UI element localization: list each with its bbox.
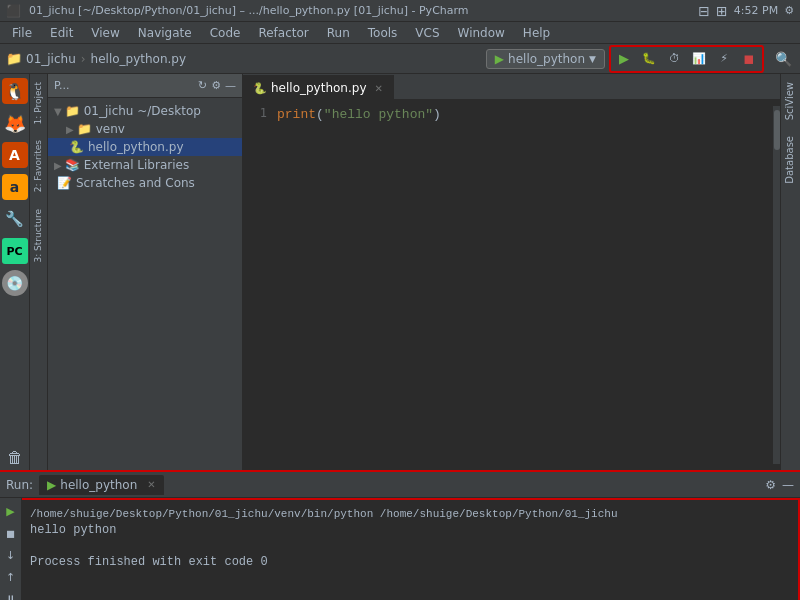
tree-item-hello[interactable]: 🐍 hello_python.py (48, 138, 242, 156)
panel-title: P... (54, 79, 69, 92)
menu-bar: File Edit View Navigate Code Refactor Ru… (0, 22, 800, 44)
profile-button[interactable]: 📊 (688, 49, 710, 69)
menu-edit[interactable]: Edit (42, 24, 81, 42)
tree-item-venv[interactable]: ▶ 📁 venv (48, 120, 242, 138)
breadcrumb-root[interactable]: 01_jichu (26, 52, 76, 66)
editor-tabs: 🐍 hello_python.py ✕ (243, 74, 780, 100)
app-icon: ⬛ (6, 4, 21, 18)
sidebar-font[interactable]: A (2, 142, 28, 168)
run-tab-icon: ▶ (47, 478, 56, 492)
paren-open: ( (316, 107, 324, 122)
project-panel: P... ↻ ⚙ — ▼ 📁 01_jichu ~/Desktop ▶ 📁 ve… (48, 74, 243, 470)
tree-label-hello: hello_python.py (88, 140, 184, 154)
settings-icon[interactable]: ⚙ (784, 4, 794, 17)
tab-project[interactable]: 1: Project (30, 74, 47, 132)
minimize-icon[interactable]: ⊟ (698, 3, 710, 19)
line-numbers: 1 (243, 106, 273, 464)
tab-close-icon[interactable]: ✕ (375, 83, 383, 94)
scroll-thumb[interactable] (774, 110, 780, 150)
run-tab-bar: Run: ▶ hello_python ✕ ⚙ — (0, 472, 800, 498)
output-line-3 (30, 538, 790, 554)
dropdown-arrow-icon: ▼ (589, 54, 596, 64)
sidebar-amazon[interactable]: a (2, 174, 28, 200)
run-config-dropdown[interactable]: ▶ hello_python ▼ (486, 49, 605, 69)
editor-content[interactable]: 1 print("hello python") (243, 100, 780, 470)
toolbar: 📁 01_jichu › hello_python.py ▶ hello_pyt… (0, 44, 800, 74)
coverage-button[interactable]: ⏱ (663, 49, 685, 69)
window-title: 01_jichu [~/Desktop/Python/01_jichu] – .… (29, 4, 469, 17)
bottom-section: Run: ▶ hello_python ✕ ⚙ — ▶ ◼ ↓ ↑ ⏸ 🗑 /h… (0, 470, 800, 600)
tree-item-root[interactable]: ▼ 📁 01_jichu ~/Desktop (48, 102, 242, 120)
run-tab-label: hello_python (60, 478, 137, 492)
tree-label-ext: External Libraries (84, 158, 189, 172)
menu-vcs[interactable]: VCS (407, 24, 447, 42)
right-panel-tabs: SciView Database (780, 74, 800, 470)
folder-icon: 📁 (6, 51, 22, 66)
arrow-icon: ▶ (66, 124, 74, 135)
menu-run[interactable]: Run (319, 24, 358, 42)
breadcrumb-sep: › (81, 52, 86, 66)
breadcrumb[interactable]: 01_jichu › hello_python.py (26, 52, 186, 66)
tree-item-scratch[interactable]: 📝 Scratches and Cons (48, 174, 242, 192)
menu-view[interactable]: View (83, 24, 127, 42)
arrow-icon: ▼ (54, 106, 62, 117)
sidebar-trash[interactable]: 🗑 (2, 444, 28, 470)
run-settings-icon[interactable]: ⚙ (765, 478, 776, 492)
menu-tools[interactable]: Tools (360, 24, 406, 42)
rerun-button[interactable]: ▶ (2, 502, 20, 520)
editor-tab-hello[interactable]: 🐍 hello_python.py ✕ (243, 75, 394, 99)
scroll-down-button[interactable]: ↓ (2, 546, 20, 564)
breadcrumb-file[interactable]: hello_python.py (91, 52, 187, 66)
run-minimize-icon[interactable]: — (782, 478, 794, 492)
run-output-text: /home/shuige/Desktop/Python/01_jichu/ven… (22, 498, 800, 600)
code-line-1: print("hello python") (277, 106, 772, 124)
sidebar-dvd[interactable]: 💿 (2, 270, 28, 296)
stop-button[interactable]: ◼ (738, 49, 760, 69)
run-output: ▶ ◼ ↓ ↑ ⏸ 🗑 /home/shuige/Desktop/Python/… (0, 498, 800, 600)
string-hello: "hello python" (324, 107, 433, 122)
menu-refactor[interactable]: Refactor (250, 24, 316, 42)
tab-favorites[interactable]: 2: Favorites (30, 132, 47, 200)
output-line-1: /home/shuige/Desktop/Python/01_jichu/ven… (30, 506, 790, 522)
run-tab-icons: ⚙ — (765, 478, 794, 492)
menu-navigate[interactable]: Navigate (130, 24, 200, 42)
main-layout: 🐧 🦊 A a 🔧 PC 💿 🗑 1: Project 2: Favorites… (0, 74, 800, 470)
tree-item-ext[interactable]: ▶ 📚 External Libraries (48, 156, 242, 174)
menu-code[interactable]: Code (202, 24, 249, 42)
window-controls[interactable]: ⊟ ⊞ 4:52 PM ⚙ (698, 3, 794, 19)
menu-help[interactable]: Help (515, 24, 558, 42)
panel-minus-icon[interactable]: — (225, 79, 236, 92)
panel-sync-icon[interactable]: ↻ (198, 79, 207, 92)
search-button[interactable]: 🔍 (772, 48, 794, 70)
scratch-icon: 📝 (57, 176, 72, 190)
run-button[interactable]: ▶ (613, 49, 635, 69)
panel-header: P... ↻ ⚙ — (48, 74, 242, 98)
lib-icon: 📚 (65, 158, 80, 172)
panel-cog-icon[interactable]: ⚙ (211, 79, 221, 92)
paren-close: ) (433, 107, 441, 122)
run-config-label: hello_python (508, 52, 585, 66)
scroll-up-button[interactable]: ↑ (2, 568, 20, 586)
concurrency-button[interactable]: ⚡ (713, 49, 735, 69)
run-tab-hello[interactable]: ▶ hello_python ✕ (39, 475, 164, 495)
menu-file[interactable]: File (4, 24, 40, 42)
code-content[interactable]: print("hello python") (273, 106, 772, 464)
tab-structure[interactable]: 3: Structure (30, 201, 47, 271)
sidebar-wrench[interactable]: 🔧 (2, 206, 28, 232)
pause-button[interactable]: ⏸ (2, 590, 20, 600)
debug-button[interactable]: 🐛 (638, 49, 660, 69)
stop-run-button[interactable]: ◼ (2, 524, 20, 542)
sidebar-pycharm[interactable]: PC (2, 238, 28, 264)
editor-scrollbar[interactable] (772, 106, 780, 464)
sidebar-firefox[interactable]: 🦊 (2, 110, 28, 136)
tab-sciview[interactable]: SciView (781, 74, 800, 128)
menu-window[interactable]: Window (450, 24, 513, 42)
run-label: Run: (6, 478, 33, 492)
tree-label-scratch: Scratches and Cons (76, 176, 195, 190)
maximize-icon[interactable]: ⊞ (716, 3, 728, 19)
tab-database[interactable]: Database (781, 128, 800, 192)
run-tab-close[interactable]: ✕ (147, 479, 155, 490)
tab-label: hello_python.py (271, 81, 367, 95)
clock-icon: 4:52 PM (734, 4, 778, 17)
sidebar-ubuntu[interactable]: 🐧 (2, 78, 28, 104)
